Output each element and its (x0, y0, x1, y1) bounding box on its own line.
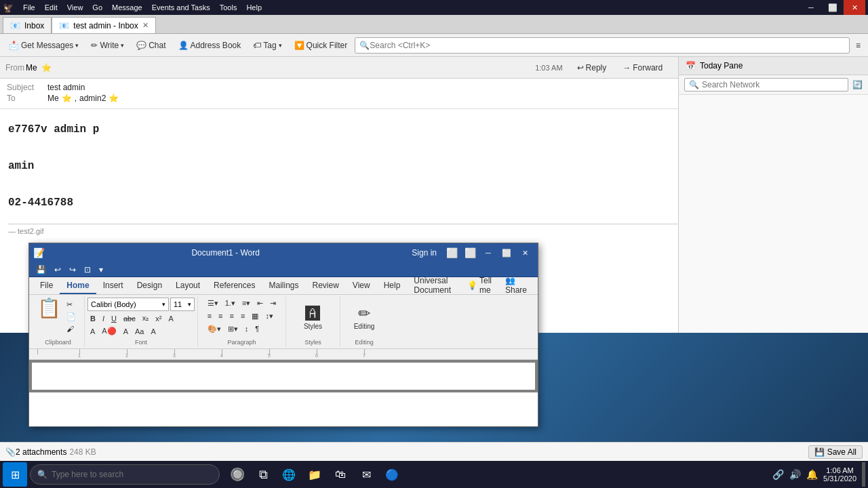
underline-button[interactable]: U (108, 313, 119, 324)
taskbar-task-view[interactable]: ⧉ (251, 462, 275, 487)
taskbar-edge[interactable]: 🌐 (277, 462, 301, 487)
sort-button[interactable]: ↕ (242, 323, 252, 335)
word-close-button[interactable]: ✕ (516, 245, 534, 260)
multilevel-button[interactable]: ≡▾ (239, 298, 253, 309)
borders-button[interactable]: ⊞▾ (225, 323, 241, 335)
strikethrough-button[interactable]: abc (121, 313, 138, 324)
save-all-button[interactable]: 💾 Save All (808, 445, 863, 459)
word-undo-button[interactable]: ↩ (52, 264, 64, 276)
clear-format-button[interactable]: A (165, 313, 176, 324)
minimize-button[interactable]: ─ (800, 0, 822, 15)
tab-inbox[interactable]: 📧 Inbox (3, 17, 52, 33)
align-left-button[interactable]: ≡ (205, 310, 214, 322)
word-tab-references[interactable]: References (207, 278, 262, 294)
superscript-button[interactable]: x² (153, 313, 164, 324)
word-more-qa[interactable]: ▾ (96, 264, 106, 276)
menu-file[interactable]: File (19, 2, 39, 13)
taskbar-cortana[interactable]: 🔘 (225, 462, 250, 487)
clear-all-format-button[interactable]: A (149, 326, 159, 337)
address-book-button[interactable]: 👤 Address Book (174, 38, 246, 53)
word-tab-mailings[interactable]: Mailings (262, 278, 305, 294)
font-selector[interactable]: Calibri (Body) ▾ (87, 298, 169, 311)
word-redo-button[interactable]: ↪ (66, 264, 79, 276)
word-maximize[interactable]: ⬜ (461, 245, 479, 260)
bold-button[interactable]: B (87, 313, 98, 324)
shading-button[interactable]: 🎨▾ (205, 323, 224, 335)
settings-button[interactable]: ≡ (852, 38, 864, 53)
tab-active[interactable]: 📧 test admin - Inbox ✕ (52, 17, 155, 33)
decrease-indent-button[interactable]: ⇤ (254, 298, 266, 309)
taskbar-store[interactable]: 🛍 (328, 462, 353, 487)
word-save-button[interactable]: 💾 (33, 264, 49, 276)
styles-button[interactable]: 🅰 Styles (301, 304, 325, 331)
word-restore-small[interactable]: ⬜ (443, 245, 460, 260)
columns-button[interactable]: ▦ (249, 310, 261, 322)
subscript-button[interactable]: x₂ (140, 312, 152, 324)
menu-view[interactable]: View (63, 2, 87, 13)
cut-button[interactable]: ✂ (64, 299, 79, 310)
text-effects-button[interactable]: A (121, 326, 131, 337)
word-signin-button[interactable]: Sign in (406, 245, 442, 260)
word-tab-universal[interactable]: Universal Document (407, 273, 460, 299)
increase-indent-button[interactable]: ⇥ (267, 298, 279, 309)
reply-button[interactable]: ↩ Reply (570, 60, 614, 75)
tray-icon-volume: 🔊 (789, 469, 801, 480)
menu-tools[interactable]: Tools (216, 2, 241, 13)
menu-message[interactable]: Message (108, 2, 146, 13)
chat-button[interactable]: 💬 Chat (132, 38, 170, 53)
line-spacing-button[interactable]: ↕▾ (262, 310, 276, 322)
forward-button[interactable]: → Forward (615, 60, 670, 75)
tab-close-button[interactable]: ✕ (142, 21, 149, 30)
taskbar-search-input[interactable] (52, 470, 212, 479)
search-input[interactable] (370, 41, 845, 50)
tag-button[interactable]: 🏷 Tag ▾ (248, 38, 286, 53)
word-tab-share[interactable]: 👥 Share (498, 273, 534, 299)
taskbar-explorer[interactable]: 📁 (302, 462, 327, 487)
close-button[interactable]: ✕ (844, 0, 865, 15)
start-button[interactable]: ⊞ (3, 462, 27, 487)
numbering-button[interactable]: 1.▾ (222, 298, 238, 309)
menu-go[interactable]: Go (88, 2, 106, 13)
word-tab-tellme[interactable]: 💡Tell me (460, 273, 498, 299)
menu-events[interactable]: Events and Tasks (148, 2, 214, 13)
quick-filter-button[interactable]: 🔽 Quick Filter (290, 38, 353, 53)
align-center-button[interactable]: ≡ (216, 310, 225, 322)
copy-button[interactable]: 📄 (64, 311, 79, 323)
word-tab-layout[interactable]: Layout (169, 278, 207, 294)
paste-button[interactable]: 📋 ✂ 📄 🖌 (35, 298, 81, 336)
word-print-button[interactable]: ⊡ (81, 264, 94, 276)
menu-help[interactable]: Help (242, 2, 266, 13)
word-tab-insert[interactable]: Insert (96, 278, 130, 294)
change-case-button[interactable]: Aa (132, 326, 146, 337)
restore-button[interactable]: ⬜ (822, 0, 844, 15)
refresh-icon[interactable]: 🔄 (852, 80, 863, 89)
network-search-input[interactable] (702, 80, 844, 89)
word-restore[interactable]: ⬜ (498, 245, 515, 260)
write-button[interactable]: ✏ Write ▾ (86, 38, 129, 53)
show-hide-button[interactable]: ¶ (252, 323, 262, 335)
show-desktop-button[interactable] (862, 462, 865, 487)
get-messages-button[interactable]: 📩 Get Messages ▾ (4, 38, 83, 53)
word-tab-home[interactable]: Home (60, 278, 96, 294)
taskbar-clock[interactable]: 1:06 AM 5/31/2020 (823, 466, 856, 483)
editing-button[interactable]: ✏ Editing (351, 304, 378, 331)
word-tab-design[interactable]: Design (130, 278, 169, 294)
justify-button[interactable]: ≡ (238, 310, 248, 322)
word-tab-file[interactable]: File (33, 278, 60, 294)
bullets-button[interactable]: ☰▾ (205, 298, 221, 309)
format-painter-button[interactable]: 🖌 (64, 323, 79, 334)
taskbar-extra[interactable]: 🔵 (380, 462, 404, 487)
word-tab-review[interactable]: Review (305, 278, 345, 294)
taskbar-mail[interactable]: ✉ (354, 462, 378, 487)
menu-edit[interactable]: Edit (41, 2, 62, 13)
word-tab-view[interactable]: View (346, 278, 377, 294)
taskbar-search: 🔍 (30, 464, 220, 485)
word-minimize[interactable]: ─ (479, 245, 497, 260)
font-size-selector[interactable]: 11 ▾ (170, 298, 195, 311)
italic-button[interactable]: I (100, 313, 107, 324)
text-highlight-button[interactable]: A (87, 326, 98, 337)
font-color-button[interactable]: A🔴 (99, 325, 119, 337)
align-right-button[interactable]: ≡ (227, 310, 237, 322)
word-tab-help[interactable]: Help (377, 278, 408, 294)
word-page[interactable] (32, 363, 535, 390)
